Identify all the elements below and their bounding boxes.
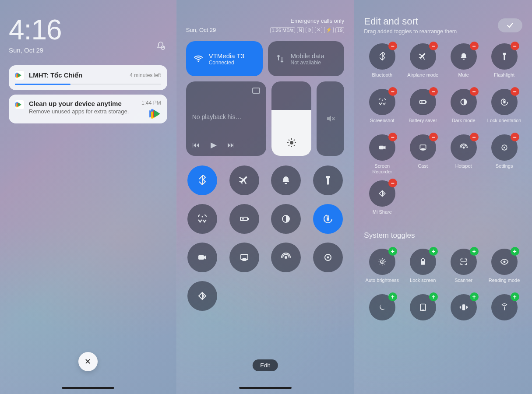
- wifi-tile[interactable]: VTMedia T3 Connected: [186, 41, 263, 76]
- edit-toggle-screen-recorder[interactable]: – Screen Recorder: [364, 134, 400, 174]
- edit-toggle-dark-mode[interactable]: – Dark mode: [445, 89, 482, 128]
- edit-toggle-settings[interactable]: – Settings: [486, 134, 522, 174]
- edit-toggle-screenshot[interactable]: – Screenshot: [364, 89, 400, 128]
- edit-title: Edit and sort: [364, 16, 457, 27]
- notification-cleanup[interactable]: Clean up your device anytime Remove unus…: [9, 95, 167, 123]
- toggle-reading-mode[interactable]: +: [491, 249, 518, 275]
- remove-badge[interactable]: –: [511, 87, 519, 96]
- toggle-settings[interactable]: –: [491, 134, 518, 161]
- notif2-sub: Remove unused apps for extra storage.: [29, 108, 137, 116]
- remove-badge[interactable]: –: [470, 42, 479, 50]
- edit-button[interactable]: Edit: [252, 359, 278, 371]
- add-badge[interactable]: +: [388, 292, 397, 301]
- add-badge[interactable]: +: [429, 247, 438, 256]
- toggle-airplane[interactable]: –: [410, 43, 436, 70]
- notification-download[interactable]: LMHT: Tốc Chiến 4 minutes left: [9, 65, 167, 90]
- add-badge[interactable]: +: [511, 292, 519, 301]
- toggle-screenshot[interactable]: –: [369, 89, 395, 115]
- home-indicator[interactable]: [239, 387, 292, 389]
- remove-badge[interactable]: –: [470, 87, 479, 96]
- cast-icon[interactable]: [252, 88, 260, 94]
- media-prev-button[interactable]: ⏮: [192, 141, 200, 150]
- toggle-rotate[interactable]: +: [410, 294, 436, 320]
- edit-subtitle: Drag added toggles to rearrange them: [364, 28, 457, 35]
- play-store-large-icon: [153, 109, 161, 118]
- remove-badge[interactable]: –: [429, 133, 438, 141]
- toggle-lock-orientation[interactable]: [313, 204, 343, 234]
- toggle-battery-saver[interactable]: –: [410, 89, 436, 115]
- edit-toggle-bluetooth[interactable]: – Bluetooth: [364, 43, 400, 83]
- remove-badge[interactable]: –: [388, 87, 397, 96]
- remove-badge[interactable]: –: [511, 133, 519, 141]
- toggle-hotspot[interactable]: [271, 243, 301, 272]
- add-badge[interactable]: +: [429, 292, 438, 301]
- add-badge[interactable]: +: [470, 247, 479, 256]
- media-play-button[interactable]: ▶: [211, 140, 217, 150]
- remove-badge[interactable]: –: [429, 87, 438, 96]
- toggle-screen-recorder[interactable]: –: [369, 134, 395, 161]
- volume-mute-tile[interactable]: [317, 81, 344, 156]
- toggle-lock-orientation[interactable]: –: [491, 89, 518, 115]
- remove-badge[interactable]: –: [429, 42, 438, 50]
- edit-toggle-mi-share[interactable]: – Mi Share: [364, 180, 400, 220]
- remove-badge[interactable]: –: [470, 133, 479, 141]
- system-toggle-scanner[interactable]: + Scanner: [445, 249, 482, 288]
- home-indicator[interactable]: [62, 387, 114, 389]
- edit-toggle-lock-orientation[interactable]: – Lock orientation: [486, 89, 522, 128]
- done-button[interactable]: [498, 18, 522, 32]
- remove-badge[interactable]: –: [388, 42, 397, 50]
- toggle-mi-share[interactable]: [187, 281, 217, 311]
- system-toggle-rotate[interactable]: +: [405, 294, 441, 334]
- system-toggle-vibrate[interactable]: +: [445, 294, 482, 334]
- notification-settings-icon[interactable]: [154, 39, 167, 52]
- add-badge[interactable]: +: [511, 247, 519, 256]
- toggle-flashlight[interactable]: [313, 165, 343, 195]
- toggle-mute-bell[interactable]: [271, 165, 301, 195]
- toggle-cast[interactable]: [229, 243, 259, 272]
- toggle-screenshot[interactable]: [187, 204, 217, 234]
- toggle-airplane[interactable]: [229, 165, 259, 195]
- edit-toggle-flashlight[interactable]: – Flashlight: [486, 43, 522, 83]
- system-toggle-lock-screen[interactable]: + Lock screen: [405, 249, 441, 288]
- toggle-cast[interactable]: –: [410, 134, 436, 161]
- toggle-battery-saver[interactable]: [229, 204, 259, 234]
- toggle-screen-recorder[interactable]: [187, 243, 217, 272]
- toggle-dark-mode[interactable]: –: [451, 89, 477, 115]
- toggle-scanner[interactable]: +: [451, 249, 477, 275]
- toggle-flashlight[interactable]: –: [491, 43, 518, 70]
- toggle-wireless[interactable]: +: [491, 294, 518, 320]
- toggle-auto-brightness[interactable]: +: [369, 249, 395, 275]
- mobile-data-tile[interactable]: Mobile data Not available: [268, 41, 345, 76]
- edit-toggle-battery-saver[interactable]: – Battery saver: [405, 89, 441, 128]
- toggle-dark-mode[interactable]: [271, 204, 301, 234]
- add-badge[interactable]: +: [470, 292, 479, 301]
- edit-toggle-hotspot[interactable]: – Hotspot: [445, 134, 482, 174]
- system-toggle-auto-brightness[interactable]: + Auto brightness: [364, 249, 400, 288]
- system-toggle-dnd[interactable]: +: [364, 294, 400, 334]
- remove-badge[interactable]: –: [511, 42, 519, 50]
- play-store-icon: [15, 100, 25, 109]
- toggle-mute-bell[interactable]: –: [451, 43, 477, 70]
- toggle-lock-screen[interactable]: +: [410, 249, 436, 275]
- remove-badge[interactable]: –: [388, 179, 397, 187]
- toggle-mi-share[interactable]: –: [369, 180, 395, 207]
- edit-toggle-mute-bell[interactable]: – Mute: [445, 43, 482, 83]
- system-toggle-reading-mode[interactable]: + Reading mode: [486, 249, 522, 288]
- clear-notifications-button[interactable]: ✕: [78, 352, 98, 371]
- system-toggle-wireless[interactable]: +: [486, 294, 522, 334]
- toggle-settings[interactable]: [313, 243, 343, 272]
- toggle-vibrate[interactable]: +: [451, 294, 477, 320]
- media-next-button[interactable]: ⏭: [227, 141, 235, 150]
- brightness-slider[interactable]: [271, 81, 312, 156]
- edit-toggle-cast[interactable]: – Cast: [405, 134, 441, 174]
- download-progress: [15, 84, 161, 85]
- toggle-hotspot[interactable]: –: [451, 134, 477, 161]
- add-badge[interactable]: +: [388, 247, 397, 256]
- toggle-bluetooth[interactable]: –: [369, 43, 395, 70]
- remove-badge[interactable]: –: [388, 133, 397, 141]
- edit-toggle-airplane[interactable]: – Airplane mode: [405, 43, 441, 83]
- notif2-title: Clean up your device anytime: [29, 100, 137, 107]
- toggle-bluetooth[interactable]: [187, 165, 217, 195]
- media-player-tile[interactable]: No playback his… ⏮ ▶ ⏭: [186, 81, 266, 156]
- toggle-dnd[interactable]: +: [369, 294, 395, 320]
